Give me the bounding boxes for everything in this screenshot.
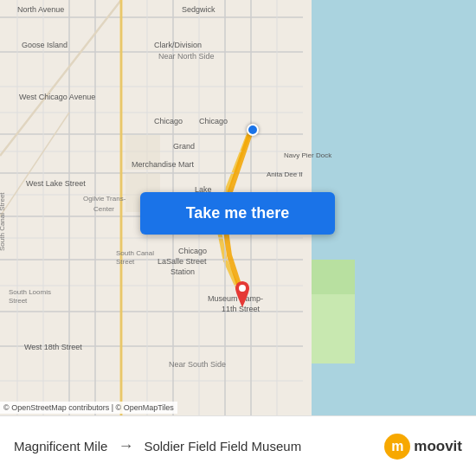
- svg-text:West Lake Street: West Lake Street: [26, 179, 86, 188]
- route-info: Magnificent Mile → Soldier Field Field M…: [14, 437, 384, 455]
- current-location-dot: [247, 124, 259, 136]
- take-me-there-button[interactable]: Take me there: [140, 192, 335, 235]
- svg-text:Street: Street: [9, 297, 28, 305]
- svg-text:Anita Dee II: Anita Dee II: [267, 170, 303, 178]
- moovit-logo-icon: m: [384, 434, 410, 460]
- svg-text:Ogilvie Trans-: Ogilvie Trans-: [83, 195, 126, 203]
- svg-text:Near North Side: Near North Side: [158, 52, 215, 61]
- map-container: North Avenue Sedgwick Goose Island Clark…: [0, 0, 476, 415]
- bottom-bar: Magnificent Mile → Soldier Field Field M…: [0, 415, 476, 476]
- svg-text:Goose Island: Goose Island: [22, 41, 68, 49]
- svg-text:Center: Center: [93, 205, 114, 213]
- route-origin-label: Magnificent Mile: [14, 439, 107, 453]
- svg-text:Near South Side: Near South Side: [169, 360, 226, 369]
- svg-text:West Chicago Avenue: West Chicago Avenue: [19, 93, 95, 101]
- route-arrow-icon: →: [118, 437, 133, 455]
- svg-text:South Canal: South Canal: [116, 249, 154, 257]
- destination-pin: [232, 281, 253, 307]
- svg-text:Clark/Division: Clark/Division: [154, 41, 202, 49]
- svg-text:Chicago: Chicago: [154, 117, 183, 125]
- svg-text:South Canal Street: South Canal Street: [0, 192, 6, 251]
- svg-text:Chicago: Chicago: [178, 247, 207, 255]
- svg-text:Street: Street: [116, 258, 135, 266]
- svg-text:North Avenue: North Avenue: [17, 5, 64, 14]
- map-attribution: © OpenStreetMap contributors | © OpenMap…: [0, 402, 177, 414]
- svg-text:Grand: Grand: [173, 142, 195, 151]
- svg-text:South Loomis: South Loomis: [9, 288, 51, 296]
- svg-text:Navy Pier Dock: Navy Pier Dock: [284, 151, 332, 159]
- route-destination-label: Soldier Field Field Museum: [144, 439, 301, 453]
- svg-point-64: [239, 285, 246, 292]
- moovit-logo-text: moovit: [414, 438, 462, 455]
- svg-text:LaSalle Street: LaSalle Street: [158, 257, 207, 266]
- svg-text:Chicago: Chicago: [199, 117, 228, 125]
- moovit-logo: m moovit: [384, 434, 462, 460]
- svg-text:West 18th Street: West 18th Street: [24, 343, 82, 351]
- svg-text:Station: Station: [170, 267, 195, 276]
- svg-text:Merchandise Mart: Merchandise Mart: [132, 160, 195, 169]
- svg-text:Sedgwick: Sedgwick: [182, 5, 215, 14]
